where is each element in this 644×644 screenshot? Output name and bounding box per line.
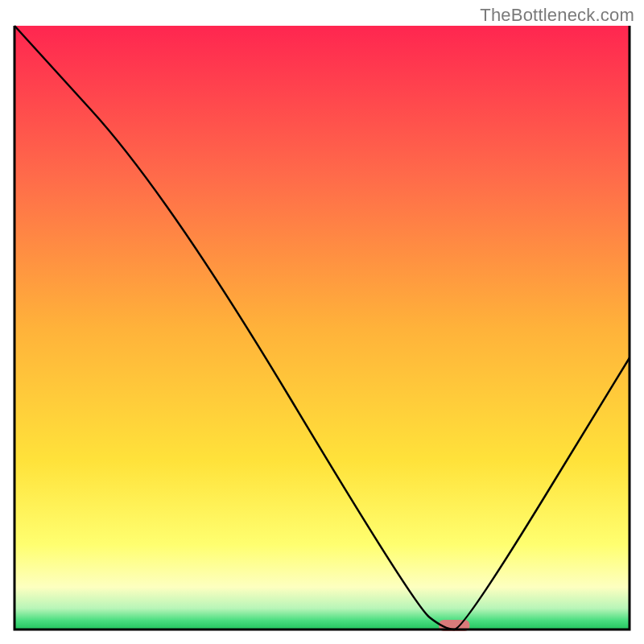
chart-container: TheBottleneck.com <box>0 0 644 644</box>
chart-svg <box>0 0 644 644</box>
plot-background <box>14 26 630 630</box>
watermark-text: TheBottleneck.com <box>480 5 634 26</box>
